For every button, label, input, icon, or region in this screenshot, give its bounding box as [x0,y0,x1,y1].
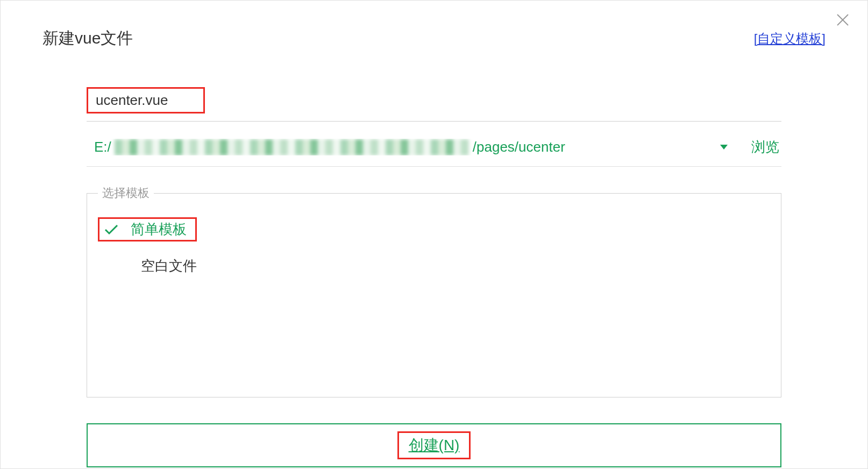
path-prefix: E:/ [94,139,111,155]
path-suffix: /pages/ucenter [473,139,565,155]
template-label: 空白文件 [98,257,197,275]
create-row: 创建(N) [87,423,781,467]
close-button[interactable] [833,10,852,30]
custom-template-link[interactable]: [自定义模板] [754,30,826,47]
path-display[interactable]: E:/ /pages/ucenter [94,139,706,155]
dialog-header: 新建vue文件 [自定义模板] [1,1,867,49]
template-label: 简单模板 [131,220,187,239]
filename-input[interactable] [87,87,205,113]
close-icon [836,13,849,26]
create-button-label: 创建(N) [397,431,471,459]
highlight-box: 简单模板 [98,217,197,241]
template-item-simple[interactable]: 简单模板 [95,214,773,245]
template-item-blank[interactable]: 空白文件 [95,253,773,279]
template-fieldset: 选择模板 简单模板 空白文件 [87,185,781,397]
dropdown-caret-icon[interactable] [720,145,728,150]
template-legend: 选择模板 [98,185,154,201]
dialog-title: 新建vue文件 [42,27,133,49]
create-button[interactable]: 创建(N) [87,423,781,467]
browse-button[interactable]: 浏览 [749,138,781,157]
path-redacted [115,139,469,155]
dialog-body: E:/ /pages/ucenter 浏览 选择模板 简单模板 空白文件 创建(… [1,49,867,467]
path-row: E:/ /pages/ucenter 浏览 [87,138,781,167]
check-icon [103,224,120,235]
filename-row [87,87,781,122]
